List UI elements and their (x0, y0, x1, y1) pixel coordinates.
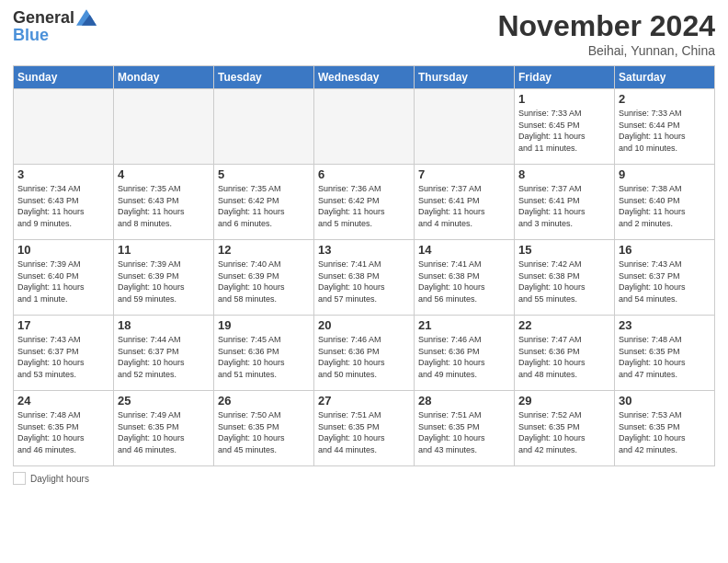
day-info: Sunrise: 7:35 AM Sunset: 6:43 PM Dayligh… (118, 183, 210, 229)
calendar-cell: 12Sunrise: 7:40 AM Sunset: 6:39 PM Dayli… (214, 240, 314, 316)
header: General Blue November 2024 Beihai, Yunna… (13, 9, 715, 58)
day-number: 13 (318, 243, 410, 257)
day-number: 16 (619, 243, 711, 257)
calendar-cell (214, 89, 314, 165)
day-info: Sunrise: 7:43 AM Sunset: 6:37 PM Dayligh… (17, 334, 109, 380)
calendar-cell: 26Sunrise: 7:50 AM Sunset: 6:35 PM Dayli… (214, 391, 314, 466)
day-number: 4 (118, 167, 210, 181)
day-info: Sunrise: 7:47 AM Sunset: 6:36 PM Dayligh… (518, 334, 610, 380)
day-info: Sunrise: 7:35 AM Sunset: 6:42 PM Dayligh… (218, 183, 310, 229)
calendar-cell: 4Sunrise: 7:35 AM Sunset: 6:43 PM Daylig… (114, 165, 214, 240)
day-info: Sunrise: 7:51 AM Sunset: 6:35 PM Dayligh… (318, 409, 410, 455)
day-info: Sunrise: 7:39 AM Sunset: 6:39 PM Dayligh… (118, 259, 210, 304)
day-number: 20 (318, 318, 410, 332)
calendar: SundayMondayTuesdayWednesdayThursdayFrid… (13, 65, 715, 466)
day-info: Sunrise: 7:46 AM Sunset: 6:36 PM Dayligh… (418, 334, 510, 380)
calendar-cell: 9Sunrise: 7:38 AM Sunset: 6:40 PM Daylig… (615, 165, 715, 240)
day-number: 17 (17, 318, 109, 332)
calendar-cell: 17Sunrise: 7:43 AM Sunset: 6:37 PM Dayli… (14, 316, 114, 391)
calendar-cell: 7Sunrise: 7:37 AM Sunset: 6:41 PM Daylig… (415, 165, 515, 240)
day-info: Sunrise: 7:43 AM Sunset: 6:37 PM Dayligh… (619, 259, 711, 304)
day-number: 12 (218, 243, 310, 257)
calendar-cell: 16Sunrise: 7:43 AM Sunset: 6:37 PM Dayli… (615, 240, 715, 316)
calendar-cell: 3Sunrise: 7:34 AM Sunset: 6:43 PM Daylig… (14, 165, 114, 240)
day-number: 25 (118, 394, 210, 408)
day-number: 18 (118, 318, 210, 332)
calendar-cell: 29Sunrise: 7:52 AM Sunset: 6:35 PM Dayli… (515, 391, 615, 466)
calendar-cell: 21Sunrise: 7:46 AM Sunset: 6:36 PM Dayli… (415, 316, 515, 391)
day-number: 7 (418, 167, 510, 181)
week-row-3: 17Sunrise: 7:43 AM Sunset: 6:37 PM Dayli… (14, 316, 715, 391)
week-row-1: 3Sunrise: 7:34 AM Sunset: 6:43 PM Daylig… (14, 165, 715, 240)
weekday-tuesday: Tuesday (214, 66, 314, 89)
calendar-cell: 5Sunrise: 7:35 AM Sunset: 6:42 PM Daylig… (214, 165, 314, 240)
day-info: Sunrise: 7:45 AM Sunset: 6:36 PM Dayligh… (218, 334, 310, 380)
calendar-cell: 14Sunrise: 7:41 AM Sunset: 6:38 PM Dayli… (415, 240, 515, 316)
logo-blue: Blue (13, 26, 97, 45)
day-number: 27 (318, 394, 410, 408)
day-info: Sunrise: 7:37 AM Sunset: 6:41 PM Dayligh… (418, 183, 510, 229)
day-number: 24 (17, 394, 109, 408)
weekday-header-row: SundayMondayTuesdayWednesdayThursdayFrid… (14, 66, 715, 89)
calendar-cell (114, 89, 214, 165)
day-number: 26 (218, 394, 310, 408)
day-info: Sunrise: 7:48 AM Sunset: 6:35 PM Dayligh… (17, 409, 109, 455)
day-info: Sunrise: 7:33 AM Sunset: 6:44 PM Dayligh… (619, 108, 711, 154)
day-number: 29 (518, 394, 610, 408)
weekday-friday: Friday (515, 66, 615, 89)
month-title: November 2024 (497, 9, 715, 43)
calendar-cell (415, 89, 515, 165)
day-number: 22 (518, 318, 610, 332)
day-number: 3 (17, 167, 109, 181)
calendar-cell: 24Sunrise: 7:48 AM Sunset: 6:35 PM Dayli… (14, 391, 114, 466)
calendar-cell (14, 89, 114, 165)
calendar-cell: 23Sunrise: 7:48 AM Sunset: 6:35 PM Dayli… (615, 316, 715, 391)
day-info: Sunrise: 7:50 AM Sunset: 6:35 PM Dayligh… (218, 409, 310, 455)
calendar-cell: 18Sunrise: 7:44 AM Sunset: 6:37 PM Dayli… (114, 316, 214, 391)
calendar-cell: 10Sunrise: 7:39 AM Sunset: 6:40 PM Dayli… (14, 240, 114, 316)
calendar-cell: 25Sunrise: 7:49 AM Sunset: 6:35 PM Dayli… (114, 391, 214, 466)
day-info: Sunrise: 7:38 AM Sunset: 6:40 PM Dayligh… (619, 183, 711, 229)
day-info: Sunrise: 7:52 AM Sunset: 6:35 PM Dayligh… (518, 409, 610, 455)
day-number: 6 (318, 167, 410, 181)
day-number: 15 (518, 243, 610, 257)
logo: General Blue (13, 9, 97, 45)
weekday-monday: Monday (114, 66, 214, 89)
legend-label: Daylight hours (30, 474, 89, 484)
title-section: November 2024 Beihai, Yunnan, China (497, 9, 715, 58)
day-info: Sunrise: 7:36 AM Sunset: 6:42 PM Dayligh… (318, 183, 410, 229)
day-info: Sunrise: 7:46 AM Sunset: 6:36 PM Dayligh… (318, 334, 410, 380)
day-number: 21 (418, 318, 510, 332)
calendar-cell: 1Sunrise: 7:33 AM Sunset: 6:45 PM Daylig… (515, 89, 615, 165)
day-info: Sunrise: 7:34 AM Sunset: 6:43 PM Dayligh… (17, 183, 109, 229)
calendar-cell: 22Sunrise: 7:47 AM Sunset: 6:36 PM Dayli… (515, 316, 615, 391)
day-number: 8 (518, 167, 610, 181)
day-number: 19 (218, 318, 310, 332)
legend: Daylight hours (13, 472, 715, 485)
day-number: 1 (518, 92, 610, 106)
logo-icon (76, 9, 97, 26)
day-number: 2 (619, 92, 711, 106)
calendar-cell: 6Sunrise: 7:36 AM Sunset: 6:42 PM Daylig… (314, 165, 415, 240)
week-row-2: 10Sunrise: 7:39 AM Sunset: 6:40 PM Dayli… (14, 240, 715, 316)
calendar-cell: 27Sunrise: 7:51 AM Sunset: 6:35 PM Dayli… (314, 391, 415, 466)
weekday-wednesday: Wednesday (314, 66, 415, 89)
calendar-cell: 30Sunrise: 7:53 AM Sunset: 6:35 PM Dayli… (615, 391, 715, 466)
weekday-thursday: Thursday (415, 66, 515, 89)
calendar-cell: 11Sunrise: 7:39 AM Sunset: 6:39 PM Dayli… (114, 240, 214, 316)
day-info: Sunrise: 7:40 AM Sunset: 6:39 PM Dayligh… (218, 259, 310, 304)
week-row-4: 24Sunrise: 7:48 AM Sunset: 6:35 PM Dayli… (14, 391, 715, 466)
day-number: 10 (17, 243, 109, 257)
weekday-sunday: Sunday (14, 66, 114, 89)
day-number: 14 (418, 243, 510, 257)
calendar-cell: 8Sunrise: 7:37 AM Sunset: 6:41 PM Daylig… (515, 165, 615, 240)
weekday-saturday: Saturday (615, 66, 715, 89)
day-number: 23 (619, 318, 711, 332)
day-info: Sunrise: 7:41 AM Sunset: 6:38 PM Dayligh… (418, 259, 510, 304)
day-info: Sunrise: 7:42 AM Sunset: 6:38 PM Dayligh… (518, 259, 610, 304)
day-number: 11 (118, 243, 210, 257)
day-info: Sunrise: 7:33 AM Sunset: 6:45 PM Dayligh… (518, 108, 610, 154)
day-number: 28 (418, 394, 510, 408)
calendar-cell: 19Sunrise: 7:45 AM Sunset: 6:36 PM Dayli… (214, 316, 314, 391)
calendar-cell: 20Sunrise: 7:46 AM Sunset: 6:36 PM Dayli… (314, 316, 415, 391)
